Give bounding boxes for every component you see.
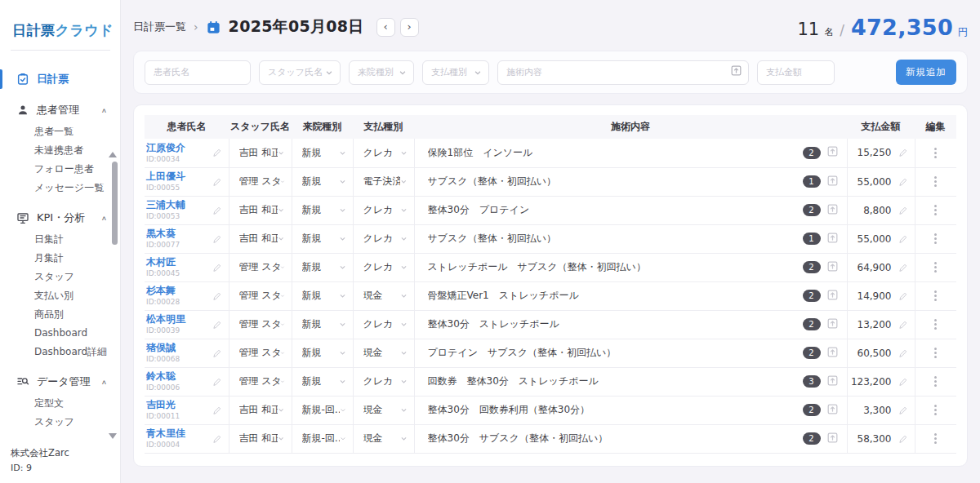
visit-type-select[interactable]: 新規 [292,289,353,303]
payment-type-select[interactable]: クレカ [354,203,414,217]
visit-type-select[interactable]: 新規 [292,232,353,246]
row-menu-button[interactable] [915,376,957,387]
row-menu-button[interactable] [915,233,957,244]
export-box-icon[interactable] [826,346,839,361]
export-box-icon[interactable] [826,317,839,332]
edit-pencil-icon[interactable] [898,405,908,415]
sidebar-subitem[interactable]: スタッフ [0,268,120,286]
visit-type-select[interactable]: 新規 [292,260,353,274]
staff-select[interactable]: 吉田 和正 [229,432,292,445]
export-box-icon[interactable] [826,289,839,304]
current-date[interactable]: 2025年05月08日 [229,16,364,38]
sidebar-subitem[interactable]: 支払い別 [0,286,120,305]
payment-type-select[interactable]: 現金 [354,289,414,303]
visit-type-select[interactable]: 新規-回… [292,432,353,445]
edit-pencil-icon[interactable] [212,377,222,387]
staff-name-filter-select[interactable]: スタッフ氏名 [259,60,341,85]
chevron-up-icon[interactable]: ∧ [101,107,107,114]
chevron-up-icon[interactable]: ∧ [101,215,107,222]
row-menu-button[interactable] [915,176,957,187]
sidebar-subitem[interactable]: フォロー患者 [0,160,120,179]
patient-name-link[interactable]: 木村匠 [146,256,176,268]
edit-pencil-icon[interactable] [212,263,222,273]
edit-pencil-icon[interactable] [898,234,908,244]
row-menu-button[interactable] [915,290,957,301]
amount-filter-input[interactable] [757,60,835,85]
payment-type-select[interactable]: クレカ [354,232,414,246]
patient-name-link[interactable]: 猪俣誠 [146,342,176,353]
payment-type-select[interactable]: クレカ [354,260,414,274]
visit-type-select[interactable]: 新規 [292,346,353,360]
staff-select[interactable]: 管理 スタッフ [229,374,292,388]
row-menu-button[interactable] [915,405,957,415]
visit-type-select[interactable]: 新規 [292,146,353,160]
row-menu-button[interactable] [915,433,957,444]
scroll-up-arrow-icon[interactable] [109,152,117,157]
sidebar-item-data-management[interactable]: データ管理 ∧ [0,371,120,392]
staff-select[interactable]: 管理 スタッフ [229,260,292,274]
export-box-icon[interactable] [826,203,839,218]
sidebar-subitem[interactable]: 定型文 [0,394,120,413]
edit-pencil-icon[interactable] [212,291,222,301]
add-new-button[interactable]: 新規追加 [896,60,956,85]
staff-select[interactable]: 管理 スタッフ [229,346,292,360]
export-box-icon[interactable] [826,374,839,389]
edit-pencil-icon[interactable] [212,320,222,330]
payment-type-select[interactable]: クレカ [354,317,414,331]
sidebar-scrollbar-thumb[interactable] [112,162,118,245]
edit-pencil-icon[interactable] [898,377,908,387]
patient-name-link[interactable]: 吉田光 [146,399,176,410]
row-menu-button[interactable] [915,148,957,158]
export-box-icon[interactable] [826,260,839,275]
staff-select[interactable]: 吉田 和正 [229,403,292,417]
sidebar-subitem[interactable]: 未連携患者 [0,141,120,160]
edit-pencil-icon[interactable] [898,148,908,157]
edit-pencil-icon[interactable] [898,206,908,215]
edit-pencil-icon[interactable] [212,405,222,415]
chevron-up-icon[interactable]: ∧ [101,379,107,386]
visit-type-select[interactable]: 新規 [292,374,353,388]
edit-pencil-icon[interactable] [898,320,908,330]
sidebar-subitem[interactable]: Dashboard詳細 [0,343,120,361]
visit-type-select[interactable]: 新規 [292,317,353,331]
patient-name-link[interactable]: 鈴木聡 [146,370,176,382]
export-box-icon[interactable] [826,432,839,446]
row-menu-button[interactable] [915,205,957,215]
sidebar-subitem[interactable]: 商品別 [0,305,120,324]
payment-type-select[interactable]: 現金 [354,403,414,417]
sidebar-subitem[interactable]: Dashboard [0,324,120,343]
staff-select[interactable]: 吉田 和正 [229,203,292,217]
edit-pencil-icon[interactable] [212,234,222,244]
patient-name-filter-input[interactable] [145,60,251,85]
staff-select[interactable]: 管理 スタッフ [229,317,292,331]
row-menu-button[interactable] [915,319,957,330]
staff-select[interactable]: 吉田 和正 [229,232,292,246]
visit-type-select[interactable]: 新規-回… [292,403,353,417]
sidebar-subitem[interactable]: 月集計 [0,249,120,268]
sidebar-subitem[interactable]: 日集計 [0,230,120,249]
payment-type-select[interactable]: 電子決済 [354,175,414,188]
edit-pencil-icon[interactable] [212,206,222,215]
patient-name-link[interactable]: 松本明里 [146,313,185,325]
export-box-icon[interactable] [826,232,839,246]
patient-name-link[interactable]: 青木里佳 [146,428,185,439]
treatment-filter-input[interactable] [497,60,749,85]
edit-pencil-icon[interactable] [898,177,908,187]
edit-pencil-icon[interactable] [212,434,222,444]
prev-day-button[interactable]: ‹ [376,18,395,37]
payment-type-select[interactable]: 現金 [354,432,414,445]
payment-type-select[interactable]: クレカ [354,146,414,160]
calendar-icon[interactable] [206,20,221,35]
breadcrumb-list-link[interactable]: 日計票一覧 [133,20,186,34]
visit-type-filter-select[interactable]: 来院種別 [349,60,414,85]
sidebar-item-kpi-analysis[interactable]: KPI・分析 ∧ [0,207,120,228]
patient-name-link[interactable]: 黒木葵 [146,228,176,239]
visit-type-select[interactable]: 新規 [292,203,353,217]
patient-name-link[interactable]: 三浦大輔 [146,199,185,210]
export-box-icon[interactable] [826,403,839,418]
payment-type-filter-select[interactable]: 支払種別 [422,60,489,85]
patient-name-link[interactable]: 杉本舞 [146,285,176,296]
sidebar-subitem[interactable]: メッセージ一覧 [0,179,120,197]
sidebar-item-patient-management[interactable]: 患者管理 ∧ [0,100,120,121]
edit-pencil-icon[interactable] [212,177,222,187]
